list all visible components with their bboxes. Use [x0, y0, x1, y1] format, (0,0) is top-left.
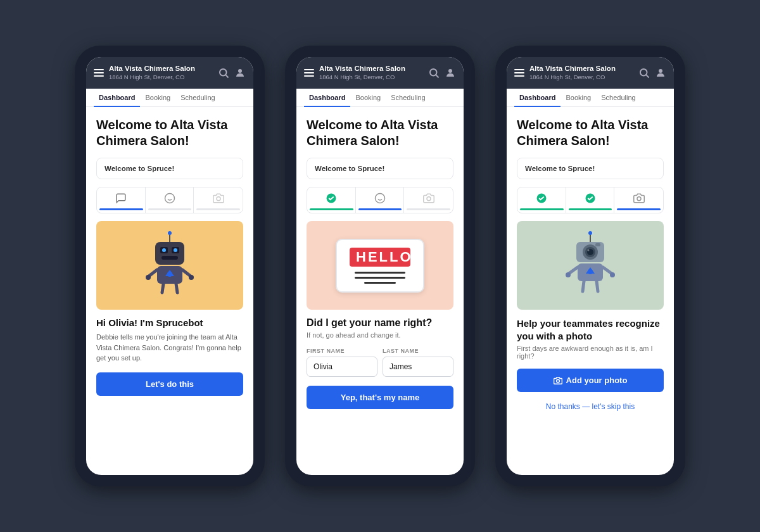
header-icons	[218, 67, 246, 79]
search-icon-2[interactable]	[428, 67, 440, 79]
svg-rect-14	[162, 256, 178, 260]
camera-button-icon	[554, 376, 562, 385]
svg-line-22	[162, 284, 163, 293]
last-name-label: LAST NAME	[383, 348, 453, 354]
tab-dashboard-2[interactable]: Dashboard	[304, 89, 350, 107]
welcome-spruce-text-2: Welcome to Spruce!	[315, 165, 445, 172]
svg-line-49	[569, 267, 578, 274]
salon-name-3: Alta Vista Chimera Salon	[529, 65, 633, 73]
svg-point-0	[220, 69, 227, 76]
svg-point-17	[167, 272, 172, 277]
phone-1: Alta Vista Chimera Salon 1864 N High St,…	[75, 46, 265, 486]
tab-scheduling-1[interactable]: Scheduling	[175, 89, 220, 107]
illustration-area-3	[517, 221, 664, 310]
progress-steps-1	[96, 187, 243, 213]
salon-name-2: Alta Vista Chimera Salon	[319, 65, 423, 73]
search-icon-3[interactable]	[638, 67, 650, 79]
hamburger-icon-2[interactable]	[304, 69, 314, 77]
step-bar-2-3	[407, 208, 450, 210]
svg-point-31	[427, 197, 431, 201]
hello-badge-lines	[350, 272, 410, 284]
step-bar-3-2	[569, 208, 612, 210]
user-avatar-icon-2[interactable]	[445, 67, 456, 79]
last-name-input[interactable]	[383, 357, 453, 377]
step-check-1	[326, 193, 337, 206]
nav-tabs-2: Dashboard Booking Scheduling	[296, 89, 464, 107]
salon-address-2: 1864 N High St, Denver, CO	[319, 73, 423, 81]
hello-line-2	[355, 277, 405, 279]
tab-scheduling-2[interactable]: Scheduling	[386, 89, 430, 107]
svg-line-51	[603, 267, 612, 274]
svg-point-28	[376, 194, 385, 203]
illustration-area-2: HELLO	[307, 221, 453, 310]
svg-line-20	[182, 270, 191, 276]
svg-point-19	[146, 275, 151, 280]
hamburger-icon[interactable]	[94, 69, 104, 77]
salon-address: 1864 N High St, Denver, CO	[109, 73, 213, 81]
user-avatar-icon[interactable]	[234, 67, 246, 79]
progress-step-1-2	[146, 187, 194, 213]
welcome-spruce-box-2: Welcome to Spruce!	[307, 158, 453, 179]
tab-booking-2[interactable]: Booking	[350, 89, 386, 107]
lets-do-this-button[interactable]: Let's do this	[96, 372, 243, 396]
step-camera-icon-2	[423, 193, 434, 206]
svg-line-25	[436, 75, 438, 77]
svg-point-12	[162, 248, 166, 252]
app-header-2: Alta Vista Chimera Salon 1864 N High St,…	[296, 57, 464, 89]
svg-point-24	[430, 69, 437, 76]
svg-line-33	[646, 75, 649, 77]
tab-booking-3[interactable]: Booking	[560, 89, 596, 107]
header-title-block-2: Alta Vista Chimera Salon 1864 N High St,…	[319, 65, 423, 81]
svg-point-55	[556, 379, 559, 383]
phone-3: Alta Vista Chimera Salon 1864 N High St,…	[495, 46, 685, 486]
confirm-name-button[interactable]: Yep, that's my name	[307, 386, 453, 409]
step-bar-2-1	[310, 208, 353, 210]
svg-point-6	[217, 197, 220, 201]
svg-line-23	[176, 284, 177, 293]
camera-robot-illustration	[559, 231, 622, 300]
header-title-block-3: Alta Vista Chimera Salon 1864 N High St,…	[529, 65, 633, 81]
header-icons-2	[428, 67, 456, 79]
svg-line-1	[225, 75, 228, 77]
hamburger-icon-3[interactable]	[514, 69, 524, 77]
svg-line-54	[597, 281, 598, 291]
progress-step-1-3	[194, 187, 243, 213]
photo-heading: Help your teammates recognize you with a…	[517, 317, 664, 342]
name-subtext: If not, go ahead and change it.	[307, 331, 453, 339]
user-avatar-icon-3[interactable]	[655, 67, 666, 79]
screen-3-content: Welcome to Alta Vista Chimera Salon! Wel…	[507, 107, 674, 425]
welcome-spruce-box-3: Welcome to Spruce!	[517, 158, 664, 179]
screen-2-content: Welcome to Alta Vista Chimera Salon! Wel…	[296, 107, 464, 419]
svg-line-18	[149, 270, 157, 276]
first-name-label: FIRST NAME	[307, 348, 377, 354]
tab-dashboard-1[interactable]: Dashboard	[94, 89, 140, 107]
step-check-3-1	[536, 193, 547, 206]
first-name-input[interactable]	[307, 357, 377, 377]
header-title-block: Alta Vista Chimera Salon 1864 N High St,…	[109, 65, 213, 81]
tab-booking-1[interactable]: Booking	[140, 89, 175, 107]
photo-subtext: First days are awkward enough as it is, …	[517, 345, 664, 360]
progress-step-1-1	[97, 187, 146, 213]
step-bar-3-1	[520, 208, 564, 210]
name-question: Did I get your name right?	[307, 317, 453, 329]
header-icons-3	[638, 67, 666, 79]
tab-scheduling-3[interactable]: Scheduling	[596, 89, 640, 107]
phone-screen-1: Alta Vista Chimera Salon 1864 N High St,…	[86, 57, 253, 475]
search-icon[interactable]	[218, 67, 229, 79]
step-smile-icon	[164, 193, 175, 206]
progress-steps-2	[307, 187, 453, 213]
hello-line-1	[355, 272, 405, 274]
progress-step-2-3	[404, 187, 453, 213]
add-photo-button[interactable]: Add your photo	[517, 369, 664, 392]
welcome-spruce-text-1: Welcome to Spruce!	[104, 165, 235, 172]
svg-point-2	[238, 69, 242, 73]
hello-badge: HELLO	[336, 239, 424, 293]
skip-photo-link[interactable]: No thanks — let's skip this	[517, 398, 664, 415]
step-bar-3	[196, 208, 240, 210]
phone-2: Alta Vista Chimera Salon 1864 N High St,…	[285, 46, 475, 486]
tab-dashboard-3[interactable]: Dashboard	[514, 89, 560, 107]
svg-point-48	[588, 269, 593, 274]
svg-line-53	[583, 281, 584, 291]
progress-step-3-1	[517, 187, 566, 213]
svg-point-32	[640, 69, 647, 76]
